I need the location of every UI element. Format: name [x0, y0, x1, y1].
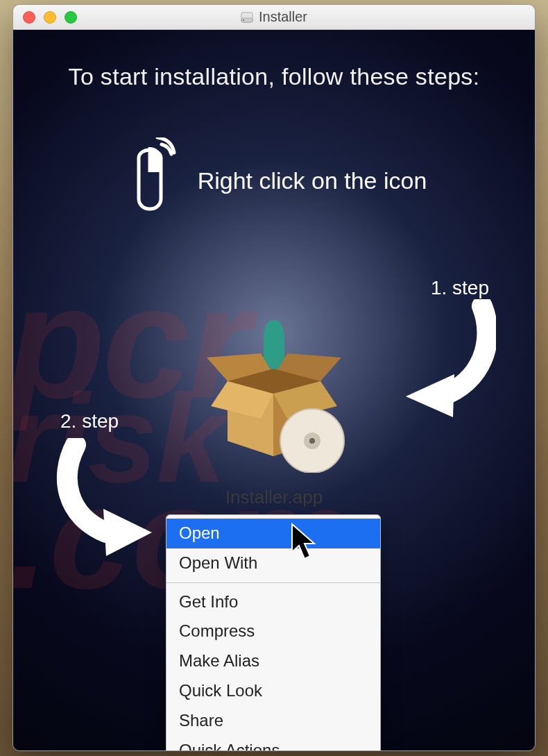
context-menu-item-get-info[interactable]: Get Info	[166, 587, 380, 617]
svg-point-5	[309, 438, 315, 444]
disk-icon	[241, 11, 253, 24]
window-title: Installer	[13, 9, 535, 25]
svg-rect-2	[243, 19, 244, 21]
context-menu: Open Open With Get Info Compress Make Al…	[166, 514, 381, 751]
svg-rect-0	[241, 12, 252, 22]
window-title-text: Installer	[259, 9, 307, 25]
window-controls	[23, 11, 77, 24]
step1-row: Right click on the icon	[13, 137, 535, 224]
minimize-button[interactable]	[44, 11, 56, 24]
step2-label: 2. step	[60, 410, 119, 432]
context-menu-item-open-with[interactable]: Open With	[166, 548, 380, 578]
package-box-disc-icon[interactable]	[201, 320, 347, 476]
headline-text: To start installation, follow these step…	[13, 63, 535, 90]
titlebar[interactable]: Installer	[13, 5, 535, 30]
context-menu-item-open[interactable]: Open	[166, 519, 380, 548]
installer-app-item: Installer.app	[201, 320, 347, 508]
context-menu-item-compress[interactable]: Compress	[166, 616, 380, 646]
svg-rect-1	[241, 18, 252, 22]
close-button[interactable]	[23, 11, 35, 24]
curved-arrow-down-left-icon	[399, 299, 496, 420]
installer-window: Installer pcr risk .com To start install…	[12, 4, 536, 751]
context-menu-item-share[interactable]: Share	[166, 706, 380, 736]
context-menu-separator	[166, 582, 380, 583]
step1-text: Right click on the icon	[198, 167, 427, 194]
step1-label: 1. step	[431, 277, 489, 299]
app-name-label: Installer.app	[201, 487, 347, 508]
context-menu-item-make-alias[interactable]: Make Alias	[166, 646, 380, 676]
context-menu-item-quick-actions[interactable]: Quick Actions	[166, 736, 380, 751]
curved-arrow-down-right-icon	[55, 438, 159, 559]
mouse-right-click-icon	[121, 137, 178, 224]
content-area: pcr risk .com To start installation, fol…	[13, 30, 535, 750]
context-menu-item-quick-look[interactable]: Quick Look	[166, 676, 380, 706]
zoom-button[interactable]	[65, 11, 77, 24]
